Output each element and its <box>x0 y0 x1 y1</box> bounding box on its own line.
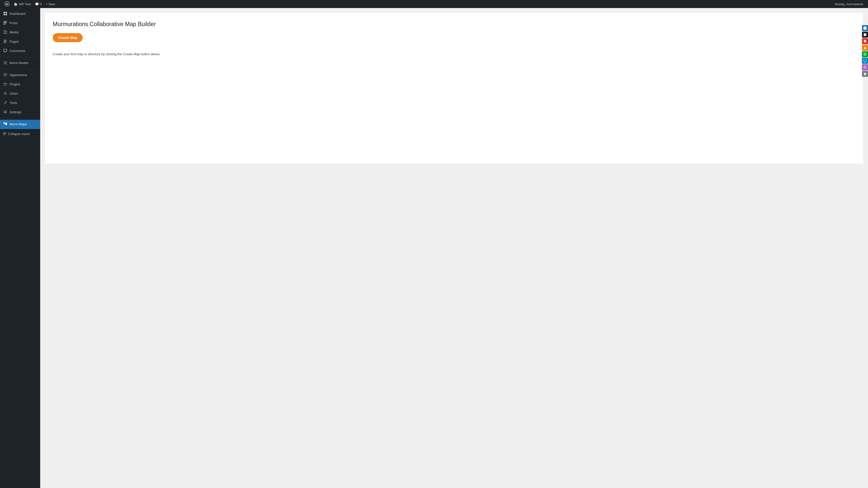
sidebar-item-comments[interactable]: Comments <box>0 46 40 56</box>
svg-point-36 <box>3 132 6 135</box>
collapse-icon <box>3 132 6 136</box>
comments-icon: 💬 <box>35 2 39 6</box>
svg-point-25 <box>4 74 5 75</box>
svg-rect-8 <box>3 23 6 24</box>
svg-point-31 <box>5 92 6 93</box>
svg-rect-28 <box>4 83 6 85</box>
dashboard-icon <box>3 11 7 17</box>
right-icon-5[interactable] <box>862 51 868 57</box>
svg-line-22 <box>5 62 6 63</box>
svg-rect-14 <box>4 41 5 41</box>
svg-rect-2 <box>3 12 5 13</box>
svg-point-39 <box>864 40 866 42</box>
adminbar-right: Howdy, murmadmin <box>833 2 866 6</box>
svg-point-26 <box>5 74 5 74</box>
users-icon <box>3 91 7 96</box>
menu-separator-1 <box>0 57 40 57</box>
svg-rect-34 <box>5 123 6 125</box>
home-icon: 🏠 <box>13 2 18 6</box>
adminbar-howdy[interactable]: Howdy, murmadmin <box>833 2 866 6</box>
admin-bar: W 🏠 WP Test 💬 0 + New Howdy, murmadmin <box>0 0 868 8</box>
plugins-icon <box>3 82 7 87</box>
menu-separator-3 <box>0 118 40 119</box>
sidebar-item-plugins[interactable]: Plugins <box>0 80 40 89</box>
sidebar-item-users[interactable]: Users <box>0 89 40 98</box>
sidebar-item-media[interactable]: Media <box>0 28 40 37</box>
svg-rect-33 <box>3 122 4 124</box>
svg-rect-13 <box>4 40 5 41</box>
svg-rect-9 <box>3 24 5 25</box>
sidebar-item-appearance[interactable]: Appearance <box>0 70 40 80</box>
right-icon-8[interactable] <box>862 71 868 77</box>
svg-point-32 <box>5 111 6 112</box>
comments-menu-icon <box>3 48 7 54</box>
svg-line-21 <box>4 62 5 63</box>
svg-rect-5 <box>5 14 7 15</box>
collapse-menu-button[interactable]: Collapse menu <box>0 130 40 138</box>
media-icon <box>3 30 7 35</box>
right-sidebar <box>862 25 868 77</box>
main-content: Murmurations Collaborative Map Builder C… <box>40 8 868 488</box>
svg-rect-15 <box>4 42 5 42</box>
sidebar-item-tools[interactable]: Tools <box>0 98 40 108</box>
svg-rect-38 <box>864 33 866 36</box>
right-icon-1[interactable] <box>862 25 868 31</box>
help-text: Create your first map or directory by cl… <box>53 52 856 56</box>
sidebar-item-posts[interactable]: Posts <box>0 19 40 28</box>
svg-marker-11 <box>5 32 6 33</box>
pages-icon <box>3 39 7 44</box>
posts-icon <box>3 21 7 26</box>
svg-line-23 <box>4 63 5 64</box>
page-title: Murmurations Collaborative Map Builder <box>53 21 856 28</box>
murm-maps-icon <box>3 122 7 127</box>
content-wrap: Murmurations Collaborative Map Builder C… <box>45 13 863 164</box>
sidebar-item-dashboard[interactable]: Dashboard <box>0 9 40 19</box>
svg-point-27 <box>6 74 6 75</box>
right-icon-7[interactable] <box>862 64 868 70</box>
sidebar-item-pages[interactable]: Pages <box>0 37 40 46</box>
wp-logo-icon: W <box>4 1 9 7</box>
wp-layout: Dashboard Posts Media Pages Comments <box>0 8 868 488</box>
svg-rect-35 <box>6 123 7 125</box>
adminbar-site-name[interactable]: 🏠 WP Test <box>11 0 33 8</box>
right-icon-2[interactable] <box>862 32 868 38</box>
admin-menu: Dashboard Posts Media Pages Comments <box>0 8 40 488</box>
right-icon-6[interactable] <box>862 58 868 64</box>
svg-rect-30 <box>5 83 6 84</box>
adminbar-new[interactable]: + New <box>44 0 57 8</box>
adminbar-comments[interactable]: 💬 0 <box>33 0 44 8</box>
create-map-button[interactable]: Create Map <box>53 33 83 42</box>
sidebar-item-settings[interactable]: Settings <box>0 108 40 117</box>
murm-nodes-icon <box>3 61 7 66</box>
svg-rect-6 <box>3 21 7 22</box>
appearance-icon <box>3 72 7 78</box>
right-icon-4[interactable] <box>862 45 868 51</box>
svg-line-24 <box>5 63 6 64</box>
menu-separator-2 <box>0 69 40 69</box>
tools-icon <box>3 100 7 106</box>
svg-point-41 <box>865 54 866 55</box>
svg-rect-29 <box>4 83 5 84</box>
svg-rect-3 <box>5 12 7 13</box>
sidebar-item-murm-maps[interactable]: Murm-Maps <box>0 120 40 129</box>
svg-text:W: W <box>6 2 8 5</box>
svg-rect-4 <box>3 14 5 15</box>
svg-marker-45 <box>864 72 867 75</box>
settings-icon <box>3 110 7 115</box>
sidebar-item-murm-nodes[interactable]: Murm-Nodes <box>0 59 40 68</box>
svg-rect-37 <box>864 27 867 30</box>
svg-rect-42 <box>864 59 867 62</box>
svg-rect-7 <box>3 22 7 23</box>
adminbar-wp-logo[interactable]: W <box>2 0 11 8</box>
right-icon-3[interactable] <box>862 38 868 44</box>
